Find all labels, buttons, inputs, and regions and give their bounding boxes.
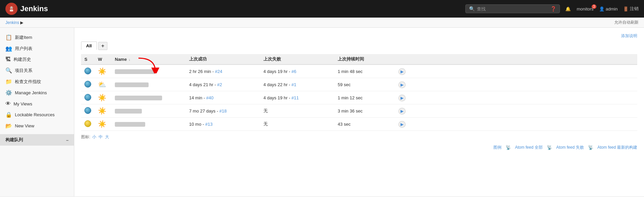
- sidebar-item-build-history[interactable]: 🏗 构建历史: [0, 54, 74, 65]
- icon-size-small[interactable]: 小: [92, 134, 96, 139]
- schedule-build-icon[interactable]: ▶: [398, 68, 406, 75]
- sidebar-item-check-fingerprint[interactable]: 📁 检查文件指纹: [0, 76, 74, 87]
- status-ball-cell: [81, 104, 95, 118]
- action-cell[interactable]: ▶: [395, 91, 637, 104]
- notifications-bell[interactable]: 🔔 3 monitors: [565, 6, 593, 11]
- sidebar-item-user-list[interactable]: 👥 用户列表: [0, 43, 74, 54]
- icon-size-medium[interactable]: 中: [99, 134, 103, 139]
- last-fail-link[interactable]: #11: [291, 95, 299, 100]
- bell-icon: 🔔: [565, 6, 571, 11]
- logo[interactable]: Jenkins: [5, 3, 48, 15]
- atom-feed-all-link[interactable]: Atom feed 全部: [515, 145, 543, 150]
- last-fail-cell: 4 days 19 hr - #11: [260, 91, 334, 104]
- search-input[interactable]: [477, 6, 550, 11]
- sidebar-item-manage-jenkins[interactable]: ⚙️ Manage Jenkins: [0, 87, 74, 98]
- last-duration-cell: 3 min 36 sec: [334, 104, 395, 118]
- breadcrumb: Jenkins ▶: [5, 20, 23, 25]
- atom-feed-fail-link[interactable]: Atom feed 失败: [556, 145, 584, 150]
- last-success-link[interactable]: #13: [205, 122, 213, 127]
- table-row: ☀️2 hr 26 min - #244 days 19 hr - #61 mi…: [81, 65, 637, 78]
- build-history-icon: 🏗: [5, 56, 11, 63]
- weather-cell: ☀️: [95, 91, 111, 104]
- job-name-cell[interactable]: [111, 78, 186, 91]
- status-ball: [84, 94, 91, 101]
- logout-button[interactable]: 🚪 注销: [623, 6, 639, 12]
- new-item-icon: 📋: [5, 34, 12, 41]
- action-cell[interactable]: ▶: [395, 104, 637, 118]
- project-relation-icon: 🔍: [5, 67, 12, 74]
- sidebar-item-label: My Views: [14, 101, 32, 106]
- tab-all[interactable]: All: [81, 42, 97, 50]
- sidebar-item-label: 检查文件指纹: [15, 79, 41, 85]
- weather-icon: ☀️: [98, 120, 106, 128]
- col-header-last-success[interactable]: 上次成功: [186, 54, 260, 65]
- user-menu[interactable]: 👤 admin: [599, 6, 618, 11]
- status-ball: [84, 107, 91, 114]
- legend-link[interactable]: 图例: [493, 145, 501, 150]
- main-content: 添加说明 All + S W Name ↓ 上次成功 上次失败 上次持续时间: [74, 28, 644, 196]
- lockable-resources-icon: 🔒: [5, 112, 12, 118]
- search-icon: 🔍: [469, 6, 475, 11]
- last-fail-link[interactable]: #1: [291, 82, 296, 87]
- atom-feed-latest-link[interactable]: Atom feed 最新的构建: [597, 145, 637, 150]
- header-actions: 🔔 3 monitors 👤 admin 🚪 注销: [565, 6, 639, 12]
- action-cell[interactable]: ▶: [395, 65, 637, 78]
- last-success-link[interactable]: #18: [220, 108, 227, 114]
- last-fail-cell: 无: [260, 104, 334, 118]
- sidebar: 📋 新建Item 👥 用户列表 🏗 构建历史 🔍 项目关系 📁 检查文件指纹 ⚙…: [0, 28, 74, 196]
- last-success-cell: 7 mo 27 days - #18: [186, 104, 260, 118]
- sidebar-item-new-item[interactable]: 📋 新建Item: [0, 32, 74, 43]
- new-view-icon: 📂: [5, 123, 12, 129]
- icon-size-row: 图标: 小 中 大: [81, 134, 637, 140]
- status-ball: [84, 68, 91, 74]
- status-ball-cell: [81, 78, 95, 91]
- sidebar-item-project-relation[interactable]: 🔍 项目关系: [0, 65, 74, 76]
- sidebar-item-label: Lockable Resources: [15, 112, 55, 117]
- weather-icon: ⛅: [98, 81, 106, 88]
- weather-cell: ☀️: [95, 118, 111, 131]
- icon-size-large[interactable]: 大: [105, 134, 109, 139]
- job-name-cell[interactable]: [111, 104, 186, 118]
- action-cell[interactable]: ▶: [395, 78, 637, 91]
- tab-add[interactable]: +: [98, 42, 107, 50]
- job-name-cell[interactable]: [111, 91, 186, 104]
- col-header-action: [395, 54, 637, 65]
- sidebar-item-label: New View: [15, 123, 34, 128]
- job-name-cell[interactable]: [111, 65, 186, 78]
- username-label: admin: [606, 6, 618, 11]
- last-fail-cell: 4 days 19 hr - #6: [260, 65, 334, 78]
- job-name-cell[interactable]: [111, 118, 186, 131]
- logo-text: Jenkins: [20, 4, 48, 13]
- monitors-label: monitors: [577, 6, 594, 11]
- job-name-blurred: [115, 82, 149, 87]
- user-list-icon: 👥: [5, 45, 12, 52]
- job-name-blurred: [115, 122, 145, 127]
- table-row: ☀️14 min - #404 days 19 hr - #111 min 12…: [81, 91, 637, 104]
- help-icon[interactable]: ❓: [550, 6, 556, 11]
- col-header-last-duration[interactable]: 上次持续时间: [334, 54, 395, 65]
- last-success-link[interactable]: #24: [215, 69, 223, 74]
- search-bar[interactable]: 🔍 ❓: [465, 4, 560, 13]
- status-ball: [84, 81, 91, 88]
- last-success-link[interactable]: #2: [217, 82, 222, 87]
- col-header-name[interactable]: Name ↓: [111, 54, 186, 65]
- action-cell[interactable]: ▶: [395, 118, 637, 131]
- sidebar-item-my-views[interactable]: 👁 My Views: [0, 98, 74, 109]
- schedule-build-icon[interactable]: ▶: [398, 95, 406, 101]
- sidebar-item-lockable-resources[interactable]: 🔒 Lockable Resources: [0, 109, 74, 120]
- col-header-last-fail[interactable]: 上次失败: [260, 54, 334, 65]
- build-queue-label: 构建队列: [5, 137, 23, 143]
- sidebar-item-label: 项目关系: [15, 68, 32, 74]
- last-fail-link[interactable]: #6: [291, 69, 296, 74]
- last-success-link[interactable]: #40: [206, 95, 214, 100]
- schedule-build-icon[interactable]: ▶: [398, 108, 406, 115]
- schedule-build-icon[interactable]: ▶: [398, 81, 406, 88]
- breadcrumb-jenkins-link[interactable]: Jenkins: [5, 20, 19, 25]
- rss-icon-all: 📡: [506, 145, 511, 150]
- auto-refresh-label[interactable]: 允许自动刷新: [614, 20, 639, 25]
- add-description-link[interactable]: 添加说明: [621, 33, 637, 38]
- schedule-build-icon[interactable]: ▶: [398, 121, 406, 128]
- sidebar-item-new-view[interactable]: 📂 New View: [0, 120, 74, 131]
- build-queue-collapse-icon[interactable]: –: [66, 138, 69, 143]
- header: Jenkins 🔍 ❓ 🔔 3 monitors 👤 admin 🚪 注销: [0, 0, 644, 18]
